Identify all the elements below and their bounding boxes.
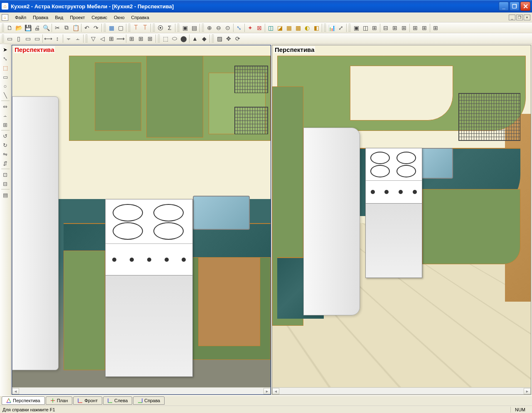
toolbar-grip[interactable] — [2, 24, 4, 32]
viewport-left[interactable]: Перспектива — [12, 45, 271, 395]
new-icon[interactable]: 🗋 — [5, 23, 14, 32]
scroll-right-icon[interactable]: ► — [264, 388, 271, 394]
panel-add-icon[interactable]: ▭ — [5, 34, 14, 43]
copy-icon[interactable]: ⧉ — [62, 23, 71, 32]
menu-help[interactable]: Справка — [128, 14, 153, 21]
dim-v-icon[interactable]: ↕ — [53, 34, 62, 43]
material-icon[interactable]: ▦ — [107, 23, 116, 32]
align-l-icon[interactable]: ⫟ — [64, 34, 73, 43]
panel-prop-icon[interactable]: ▭ — [23, 34, 32, 43]
snap-center-icon[interactable]: ✦ — [246, 23, 255, 32]
layout6-icon[interactable]: ⊞ — [399, 23, 409, 32]
axis-icon[interactable]: ⤢ — [336, 23, 345, 32]
save-icon[interactable]: 💾 — [23, 23, 32, 32]
align-r-icon[interactable]: ⫠ — [73, 34, 82, 43]
tab-plan[interactable]: План — [46, 396, 73, 405]
layout7-icon[interactable]: ⊞ — [411, 23, 420, 32]
scroll-left-icon[interactable]: ◄ — [272, 388, 279, 394]
snap-grid-icon[interactable]: ⊞ — [107, 34, 116, 43]
undo-icon[interactable]: ↶ — [82, 23, 91, 32]
toolbar-grip[interactable] — [85, 34, 88, 43]
rotate-cw-icon[interactable]: ↻ — [1, 140, 10, 150]
move-icon[interactable]: ✥ — [224, 34, 233, 43]
shaded-icon[interactable]: ◪ — [275, 23, 284, 32]
window-icon[interactable]: ▣ — [180, 23, 190, 32]
render-icon[interactable]: ▩ — [293, 23, 303, 32]
cylinder-icon[interactable]: ⬭ — [170, 34, 179, 43]
toolbar-grip[interactable] — [212, 34, 214, 43]
tab-front[interactable]: Фронт — [73, 396, 102, 405]
grid3-icon[interactable]: ⊞ — [145, 34, 155, 43]
close-button[interactable]: ✕ — [520, 2, 530, 11]
mirror-v-icon[interactable]: ⇵ — [1, 159, 10, 168]
snap-tool-icon[interactable]: ⊞ — [1, 120, 10, 129]
viewport-right-scrollbar[interactable]: ◄ ► — [272, 387, 531, 394]
shadow-icon[interactable]: ◧ — [312, 23, 321, 32]
layout8-icon[interactable]: ⊞ — [420, 23, 429, 32]
redo-icon[interactable]: ↷ — [91, 23, 101, 32]
layer-icon[interactable]: ▤ — [1, 190, 10, 199]
toolbar-grip[interactable] — [2, 34, 4, 43]
menu-edit[interactable]: Правка — [30, 14, 52, 21]
grid2-icon[interactable]: ⊞ — [136, 34, 145, 43]
textured-icon[interactable]: ▦ — [284, 23, 293, 32]
wireframe-icon[interactable]: ◫ — [266, 23, 275, 32]
open-icon[interactable]: 📂 — [14, 23, 23, 32]
mirror-h-icon[interactable]: ⇋ — [1, 150, 10, 159]
sum-icon[interactable]: Σ — [165, 23, 174, 32]
viewport-right-canvas[interactable]: Перспектива — [272, 45, 531, 387]
layout4-icon[interactable]: ⊟ — [381, 23, 390, 32]
layout9-icon[interactable]: ⊞ — [431, 23, 440, 32]
toolbar-grip[interactable] — [158, 34, 160, 43]
toolbar-grip[interactable] — [103, 24, 106, 32]
menu-view[interactable]: Вид — [52, 14, 66, 21]
group-icon[interactable]: ⊡ — [1, 170, 10, 179]
toolbar-grip[interactable] — [348, 24, 351, 32]
panel-vert-icon[interactable]: ▯ — [14, 34, 23, 43]
mdi-minimize-button[interactable]: _ — [509, 15, 515, 20]
cut-icon[interactable]: ✂ — [53, 23, 62, 32]
layout5-icon[interactable]: ⊞ — [390, 23, 399, 32]
screw-icon[interactable]: ⟙ — [131, 23, 140, 32]
mdi-doc-icon[interactable]: ⌂ — [2, 14, 8, 21]
ungroup-icon[interactable]: ⊟ — [1, 179, 10, 188]
rotate-tool-icon[interactable]: ⟳ — [233, 34, 242, 43]
toolbar-grip[interactable] — [153, 24, 155, 32]
toolbar-grip[interactable] — [128, 24, 131, 32]
layout1-icon[interactable]: ▣ — [352, 23, 361, 32]
scroll-left-icon[interactable]: ◄ — [12, 388, 19, 394]
rotate-ccw-icon[interactable]: ↺ — [1, 131, 10, 140]
layout3-icon[interactable]: ⊞ — [370, 23, 379, 32]
menu-file[interactable]: Файл — [12, 14, 30, 21]
sphere-icon[interactable]: ⬤ — [179, 34, 188, 43]
shape2-icon[interactable]: ◆ — [200, 34, 209, 43]
panel-edit-icon[interactable]: ▭ — [32, 34, 42, 43]
viewport-right[interactable]: Перспектива — [272, 45, 531, 395]
tab-right[interactable]: Справа — [133, 396, 165, 405]
layout2-icon[interactable]: ◫ — [361, 23, 370, 32]
line-icon[interactable]: ╲ — [1, 91, 10, 100]
paste-icon[interactable]: 📋 — [71, 23, 80, 32]
maximize-button[interactable]: ❐ — [510, 2, 520, 11]
dim-h-icon[interactable]: ⟷ — [44, 34, 53, 43]
fitting-icon[interactable]: ⟙ — [140, 23, 150, 32]
circle-icon[interactable]: ○ — [1, 81, 10, 91]
viewport-left-canvas[interactable]: Перспектива — [12, 45, 271, 387]
properties-icon[interactable]: ▤ — [190, 23, 199, 32]
menu-service[interactable]: Сервис — [88, 14, 111, 21]
menu-window[interactable]: Окно — [111, 14, 128, 21]
box-icon[interactable]: ⬚ — [161, 34, 170, 43]
divide-v-icon[interactable]: ▽ — [89, 34, 98, 43]
tab-left[interactable]: Слева — [103, 396, 132, 405]
tree-icon[interactable]: ⦿ — [156, 23, 165, 32]
mdi-close-button[interactable]: × — [524, 15, 530, 20]
shape1-icon[interactable]: ▲ — [190, 34, 200, 43]
door-icon[interactable]: ▢ — [116, 23, 125, 32]
insert-model-icon[interactable]: ⬚ — [1, 63, 10, 72]
toolbar-grip[interactable] — [324, 24, 326, 32]
axis-tool-icon[interactable]: ⤡ — [1, 54, 10, 63]
rect-icon[interactable]: ▭ — [1, 72, 10, 81]
snap-edge-icon[interactable]: ⟿ — [116, 34, 125, 43]
light-icon[interactable]: ◐ — [303, 23, 312, 32]
mdi-restore-button[interactable]: ❐ — [516, 15, 523, 20]
